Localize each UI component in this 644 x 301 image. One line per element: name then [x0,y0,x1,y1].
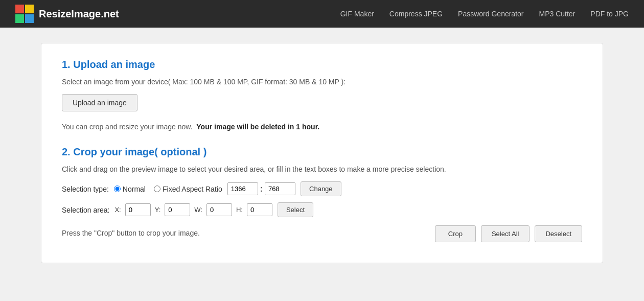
selection-type-row: Selection type: Normal Fixed Aspect Rati… [62,181,582,196]
content-card: 1. Upload an image Select an image from … [41,43,603,263]
radio-fixed-label[interactable]: Fixed Aspect Ratio [154,185,222,193]
logo-icon [15,5,34,23]
x-input[interactable] [125,203,151,216]
header: ResizeImage.net GIF Maker Compress JPEG … [0,0,644,28]
nav-item-gif-maker[interactable]: GIF Maker [340,10,374,18]
delete-notice-plain: You can crop and resize your image now. [62,123,193,131]
nav-item-compress-jpeg[interactable]: Compress JPEG [389,10,443,18]
delete-notice: You can crop and resize your image now. … [62,123,582,131]
selection-area-label: Selection area: [62,206,109,214]
radio-normal-label[interactable]: Normal [114,185,146,193]
radio-fixed-text: Fixed Aspect Ratio [163,185,222,193]
svg-rect-1 [25,5,34,13]
change-button[interactable]: Change [301,181,341,196]
logo-area: ResizeImage.net [15,5,119,23]
radio-normal[interactable] [114,186,121,192]
selection-area-row: Selection area: X: Y: W: H: Select [62,202,582,217]
svg-rect-2 [15,14,24,23]
crop-button[interactable]: Crop [435,225,476,242]
coord-group: X: Y: W: H: [114,203,272,216]
select-button[interactable]: Select [278,202,313,217]
delete-notice-bold: Your image will be deleted in 1 hour. [196,123,319,131]
section2: 2. Crop your image( optional ) Click and… [62,146,582,242]
section1-description: Select an image from your device( Max: 1… [62,78,582,86]
h-input[interactable] [247,203,272,216]
w-input[interactable] [206,203,232,216]
y-label: Y: [155,206,161,214]
y-input[interactable] [165,203,190,216]
section1: 1. Upload an image Select an image from … [62,59,582,131]
upload-button[interactable]: Upload an image [62,94,137,111]
nav-item-pdf-to-jpg[interactable]: PDF to JPG [590,10,629,18]
ratio-height-input[interactable] [265,182,295,195]
press-note: Press the "Crop" button to crop your ima… [62,229,200,237]
selection-type-label: Selection type: [62,185,109,193]
radio-fixed[interactable] [154,186,160,192]
h-label: H: [236,206,243,214]
logo-text: ResizeImage.net [39,8,119,20]
press-crop-row: Press the "Crop" button to crop your ima… [62,223,582,242]
nav-item-password-generator[interactable]: Password Generator [458,10,523,18]
radio-normal-text: Normal [123,185,146,193]
radio-group: Normal Fixed Aspect Ratio [114,185,222,193]
section1-title: 1. Upload an image [62,59,582,71]
crop-instruction: Click and drag on the preview image to s… [62,165,582,173]
crop-buttons-row: Crop Select All Deselect [435,225,582,242]
ratio-width-input[interactable] [227,182,258,195]
deselect-button[interactable]: Deselect [535,225,582,242]
select-all-button[interactable]: Select All [481,225,530,242]
w-label: W: [194,206,202,214]
main-wrapper: 1. Upload an image Select an image from … [0,28,644,279]
ratio-separator: : [260,184,263,194]
svg-rect-3 [25,14,34,23]
nav: GIF Maker Compress JPEG Password Generat… [340,10,629,18]
ratio-inputs: : [227,182,295,195]
section2-title: 2. Crop your image( optional ) [62,146,582,158]
x-label: X: [114,206,121,214]
svg-rect-0 [15,5,24,13]
nav-item-mp3-cutter[interactable]: MP3 Cutter [539,10,576,18]
